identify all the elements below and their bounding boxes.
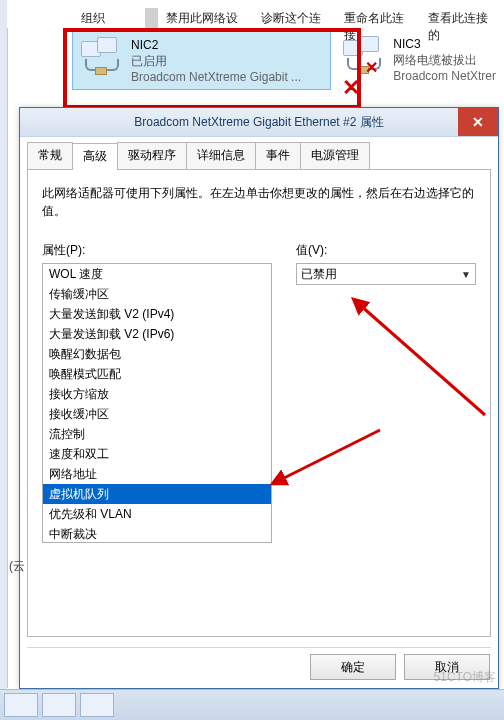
property-item[interactable]: WOL 速度 <box>43 264 271 284</box>
annotation-red-x-icon: ✕ <box>342 75 360 101</box>
tab-panel-advanced: 此网络适配器可使用下列属性。在左边单击你想更改的属性，然后在右边选择它的值。 属… <box>27 169 491 637</box>
adapter-name: NIC3 <box>393 36 496 52</box>
dialog-titlebar[interactable]: Broadcom NetXtreme Gigabit Ethernet #2 属… <box>20 108 498 137</box>
properties-dialog: Broadcom NetXtreme Gigabit Ethernet #2 属… <box>19 107 499 689</box>
property-item[interactable]: 唤醒幻数据包 <box>43 344 271 364</box>
tab-driver[interactable]: 驱动程序 <box>117 142 187 169</box>
tab-strip: 常规 高级 驱动程序 详细信息 事件 电源管理 <box>27 142 491 169</box>
panel-intro-text: 此网络适配器可使用下列属性。在左边单击你想更改的属性，然后在右边选择它的值。 <box>42 184 476 220</box>
chevron-down-icon: ▼ <box>461 269 471 280</box>
taskbar[interactable] <box>0 689 504 720</box>
ok-button[interactable]: 确定 <box>310 654 396 680</box>
adapter-desc: Broadcom NetXtreme Gigabit ... <box>131 69 301 85</box>
property-item[interactable]: 网络地址 <box>43 464 271 484</box>
tab-power[interactable]: 电源管理 <box>300 142 370 169</box>
dialog-separator <box>27 647 491 648</box>
property-item[interactable]: 流控制 <box>43 424 271 444</box>
tab-general[interactable]: 常规 <box>27 142 73 169</box>
property-item[interactable]: 传输缓冲区 <box>43 284 271 304</box>
value-combobox[interactable]: 已禁用 ▼ <box>296 263 476 285</box>
adapter-nic2[interactable]: NIC2 已启用 Broadcom NetXtreme Gigabit ... <box>72 30 331 90</box>
property-item[interactable]: 虚拟机队列 <box>43 484 271 504</box>
value-selected-text: 已禁用 <box>301 266 337 283</box>
tab-details[interactable]: 详细信息 <box>186 142 256 169</box>
close-icon: ✕ <box>472 114 484 130</box>
property-item[interactable]: 接收缓冲区 <box>43 404 271 424</box>
property-listbox[interactable]: WOL 速度传输缓冲区大量发送卸载 V2 (IPv4)大量发送卸载 V2 (IP… <box>42 263 272 543</box>
panel-border-left <box>7 28 8 688</box>
property-label: 属性(P): <box>42 242 272 259</box>
taskbar-item[interactable] <box>42 693 76 717</box>
tab-events[interactable]: 事件 <box>255 142 301 169</box>
adapter-status: 网络电缆被拔出 <box>393 52 496 68</box>
adapter-desc: Broadcom NetXtrer <box>393 68 496 84</box>
taskbar-item[interactable] <box>80 693 114 717</box>
property-item[interactable]: 优先级和 VLAN <box>43 504 271 524</box>
clipped-label-left: (云 <box>9 558 25 575</box>
watermark-text: 51CTO博客 <box>434 669 496 686</box>
tab-advanced[interactable]: 高级 <box>72 143 118 170</box>
close-button[interactable]: ✕ <box>458 108 498 136</box>
property-item[interactable]: 中断裁决 <box>43 524 271 543</box>
property-item[interactable]: 接收方缩放 <box>43 384 271 404</box>
taskbar-item[interactable] <box>4 693 38 717</box>
dialog-title: Broadcom NetXtreme Gigabit Ethernet #2 属… <box>20 114 498 131</box>
window-left-edge <box>0 0 7 720</box>
property-item[interactable]: 大量发送卸载 V2 (IPv4) <box>43 304 271 324</box>
adapter-name: NIC2 <box>131 37 301 53</box>
adapter-list: NIC2 已启用 Broadcom NetXtreme Gigabit ... … <box>72 30 504 106</box>
adapter-status: 已启用 <box>131 53 301 69</box>
network-adapter-disconnected-icon: ✕ <box>343 36 383 76</box>
network-adapter-icon <box>81 37 121 77</box>
property-item[interactable]: 速度和双工 <box>43 444 271 464</box>
property-item[interactable]: 唤醒模式匹配 <box>43 364 271 384</box>
adapter-nic3[interactable]: ✕ NIC3 网络电缆被拔出 Broadcom NetXtrer <box>335 30 504 90</box>
property-item[interactable]: 大量发送卸载 V2 (IPv6) <box>43 324 271 344</box>
value-label: 值(V): <box>296 242 476 259</box>
